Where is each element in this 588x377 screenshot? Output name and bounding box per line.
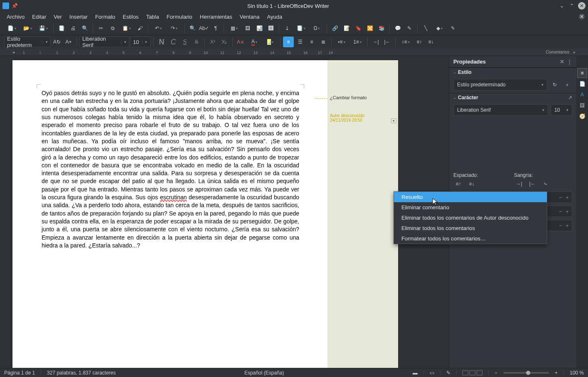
font-size-combo[interactable]: 10▾ bbox=[130, 37, 151, 47]
insert-image-button[interactable]: 🖼 bbox=[242, 23, 253, 34]
menu-ventana[interactable]: Ventana bbox=[236, 12, 263, 21]
line-button[interactable]: ╲ bbox=[420, 23, 431, 34]
copy-button[interactable]: ⧉ bbox=[107, 23, 118, 34]
insert-field-button[interactable]: 📑▾ bbox=[293, 23, 308, 34]
sidebar-tab-navigator[interactable]: 🧭 bbox=[578, 112, 587, 121]
horizontal-ruler[interactable]: ◂ 1⁞ 123 456 789 101112 131415 161718 Co… bbox=[0, 49, 588, 56]
undo-button[interactable]: ↶▾ bbox=[151, 23, 166, 34]
align-justify-button[interactable]: ≣ bbox=[318, 37, 329, 47]
hyperlink-button[interactable]: 🔗 bbox=[330, 23, 340, 34]
caracter-more-icon[interactable]: ↗ bbox=[568, 95, 572, 100]
menu-archivo[interactable]: Archivo bbox=[3, 12, 28, 21]
font-size-sb-combo[interactable]: 10▾ bbox=[551, 104, 572, 116]
zoom-percent[interactable]: 100 % bbox=[570, 370, 584, 376]
maximize-button[interactable]: ⌃ bbox=[568, 2, 576, 10]
font-name-sb-combo[interactable]: Liberation Serif▾ bbox=[453, 104, 548, 116]
minimize-button[interactable]: ⌄ bbox=[558, 2, 566, 10]
ctx-format-all[interactable]: Formatear todos los comentarios… bbox=[394, 233, 547, 244]
status-page[interactable]: Página 1 de 1 bbox=[4, 370, 35, 376]
section-caracter-header[interactable]: ⌄Carácter↗ bbox=[449, 93, 576, 102]
print-preview-button[interactable]: 🔍 bbox=[79, 23, 90, 34]
menu-formulario[interactable]: Formulario bbox=[163, 12, 196, 21]
para-spacing-dec-button[interactable]: ≡↓ bbox=[426, 37, 436, 47]
decrease-indent-icon[interactable]: |← bbox=[527, 179, 537, 189]
draw-functions-button[interactable]: ✎ bbox=[448, 23, 458, 34]
menu-estilos[interactable]: Estilos bbox=[119, 12, 142, 21]
sidebar-tab-page[interactable]: 📄 bbox=[578, 79, 587, 88]
menu-tabla[interactable]: Tabla bbox=[143, 12, 162, 21]
page-1[interactable]: Oyó pasos detrás suyo y no le gustó en a… bbox=[12, 60, 328, 368]
menu-editar[interactable]: Editar bbox=[29, 12, 49, 21]
cross-ref-button[interactable]: 🔀 bbox=[364, 23, 375, 34]
zoom-out-icon[interactable]: − bbox=[495, 370, 497, 376]
pin-icon[interactable]: 📌 bbox=[12, 3, 17, 9]
align-right-button[interactable]: ≡ bbox=[306, 37, 317, 47]
paragraph-style-combo[interactable]: Estilo predeterm▾ bbox=[4, 37, 51, 47]
decrease-indent-button[interactable]: |← bbox=[382, 37, 393, 47]
font-color-button[interactable]: A▾ bbox=[247, 37, 262, 47]
basic-shapes-button[interactable]: ◆▾ bbox=[432, 23, 447, 34]
sidebar-tab-gallery[interactable]: 🖼 bbox=[578, 101, 587, 110]
menu-herramientas[interactable]: Herramientas bbox=[197, 12, 236, 21]
update-style-button[interactable]: A↻ bbox=[52, 37, 62, 47]
new-style-sb-button[interactable]: ＋ bbox=[562, 80, 572, 90]
menu-insertar[interactable]: Insertar bbox=[66, 12, 91, 21]
paragraph-style-sb-combo[interactable]: Estilo predeterminado▾ bbox=[453, 79, 547, 91]
sidebar-menu-icon[interactable]: ⋮ bbox=[567, 59, 572, 65]
print-button[interactable]: 🖨 bbox=[68, 23, 79, 34]
spellcheck-button[interactable]: Ab✓ bbox=[199, 23, 209, 34]
superscript-button[interactable]: X² bbox=[207, 37, 218, 47]
zoom-slider[interactable] bbox=[503, 372, 549, 374]
comment-button[interactable]: 💬 bbox=[392, 23, 403, 34]
special-char-button[interactable]: Ω▾ bbox=[309, 23, 324, 34]
ctx-delete-comment[interactable]: Eliminar comentario bbox=[394, 202, 547, 213]
formatting-marks-button[interactable]: ¶ bbox=[210, 23, 221, 34]
sidebar-tab-properties[interactable]: ≡ bbox=[578, 69, 587, 78]
find-replace-button[interactable]: 🔍 bbox=[187, 23, 198, 34]
export-pdf-button[interactable]: 📑 bbox=[56, 23, 67, 34]
open-button[interactable]: 📂▾ bbox=[20, 23, 35, 34]
insert-textbox-button[interactable]: 🅰 bbox=[266, 23, 276, 34]
zoom-in-icon[interactable]: + bbox=[555, 370, 558, 376]
cut-button[interactable]: ✂ bbox=[96, 23, 106, 34]
document-text[interactable]: Oyó pasos detrás suyo y no le gustó en a… bbox=[42, 89, 299, 250]
increase-indent-button[interactable]: →| bbox=[370, 37, 381, 47]
clone-format-button[interactable]: 🖌 bbox=[135, 23, 145, 34]
align-left-button[interactable]: ≡ bbox=[283, 37, 294, 47]
highlight-button[interactable]: ◢▾ bbox=[263, 37, 278, 47]
increase-indent-icon[interactable]: →| bbox=[514, 179, 524, 189]
status-wordcount[interactable]: 327 palabras, 1.837 caracteres bbox=[47, 370, 116, 376]
document-area[interactable]: Oyó pasos detrás suyo y no le gustó en a… bbox=[0, 56, 449, 368]
underline-button[interactable]: S bbox=[180, 37, 190, 47]
menu-ver[interactable]: Ver bbox=[50, 12, 65, 21]
paste-button[interactable]: 📋▾ bbox=[119, 23, 134, 34]
font-name-combo[interactable]: Liberation Serif▾ bbox=[79, 37, 129, 47]
line-spacing-button[interactable]: ↕≡▾ bbox=[398, 37, 413, 47]
section-estilo-header[interactable]: ⌄Estilo bbox=[449, 68, 576, 76]
number-list-button[interactable]: 1≡▾ bbox=[350, 37, 365, 47]
new-style-button[interactable]: A+ bbox=[63, 37, 74, 47]
comment-dropdown-icon[interactable]: ▾ bbox=[391, 118, 396, 123]
save-button[interactable]: 💾▾ bbox=[36, 23, 51, 34]
view-layout-icons[interactable] bbox=[463, 370, 482, 375]
sidebar-tab-styles[interactable]: A bbox=[578, 90, 587, 99]
clear-format-button[interactable]: A⨯ bbox=[235, 37, 246, 47]
italic-button[interactable]: C bbox=[168, 37, 179, 47]
page-break-button[interactable]: ⤓ bbox=[282, 23, 293, 34]
footnote-button[interactable]: 📝 bbox=[341, 23, 352, 34]
close-button[interactable]: ✕ bbox=[578, 2, 586, 10]
track-changes-button[interactable]: ✎ bbox=[404, 23, 415, 34]
subscript-button[interactable]: X₂ bbox=[219, 37, 230, 47]
firstline-indent-icon[interactable]: ⤷ bbox=[541, 179, 551, 189]
insert-chart-button[interactable]: 📊 bbox=[254, 23, 265, 34]
status-language[interactable]: Español (España) bbox=[244, 370, 284, 376]
status-insert-mode[interactable]: ▬ bbox=[413, 370, 418, 376]
increase-para-spacing-icon[interactable]: ≡↑ bbox=[453, 179, 463, 189]
menu-formato[interactable]: Formato bbox=[92, 12, 118, 21]
para-spacing-inc-button[interactable]: ≡↑ bbox=[414, 37, 425, 47]
sidebar-close-icon[interactable]: ✕ bbox=[560, 59, 564, 65]
ruler-collapse-icon[interactable]: ▸ bbox=[573, 50, 576, 54]
bold-button[interactable]: N bbox=[156, 37, 167, 47]
redo-button[interactable]: ↷▾ bbox=[167, 23, 182, 34]
index-button[interactable]: 📚 bbox=[376, 23, 387, 34]
